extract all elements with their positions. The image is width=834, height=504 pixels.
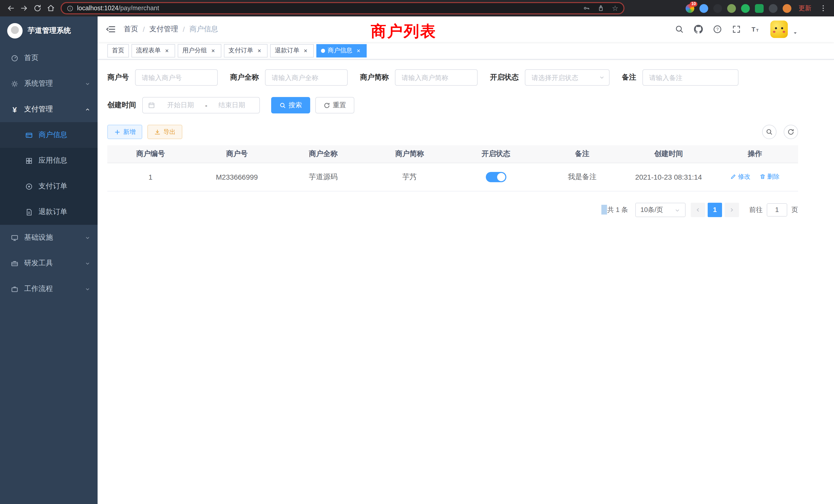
breadcrumb-item[interactable]: 首页 xyxy=(124,25,138,34)
add-button-label: 新增 xyxy=(123,128,136,136)
column-header: 商户号 xyxy=(194,145,280,163)
url-host: localhost:1024 xyxy=(77,5,118,12)
search-icon[interactable] xyxy=(672,22,687,37)
refresh-table-icon[interactable] xyxy=(784,125,798,139)
sidebar-item-payment-mgmt[interactable]: ¥ 支付管理 xyxy=(0,96,97,122)
extension-icon[interactable] xyxy=(755,4,764,13)
browser-update-button[interactable]: 更新 xyxy=(798,4,811,13)
sidebar-item-home[interactable]: 首页 xyxy=(0,45,97,71)
extension-icon[interactable] xyxy=(769,4,777,13)
page-size-label: 10条/页 xyxy=(640,205,663,214)
help-icon[interactable]: ? xyxy=(710,22,725,37)
search-button[interactable]: 搜索 xyxy=(271,97,310,113)
merchant-fullname-input[interactable] xyxy=(265,69,348,86)
remark-input[interactable] xyxy=(642,69,739,86)
sidebar-subitem-refund-order[interactable]: 退款订单 xyxy=(0,199,97,225)
fullscreen-icon[interactable] xyxy=(729,22,744,37)
address-bar[interactable]: localhost:1024/pay/merchant ☆ xyxy=(61,2,624,14)
table-header-row: 商户编号 商户号 商户全称 商户简称 开启状态 备注 创建时间 操作 xyxy=(107,145,798,163)
tab-home[interactable]: 首页 xyxy=(107,44,129,57)
toggle-search-icon[interactable] xyxy=(762,125,776,139)
breadcrumb-item[interactable]: 支付管理 xyxy=(150,25,178,34)
page-number-button[interactable]: 1 xyxy=(708,203,722,217)
navbar-actions: ? TT xyxy=(672,21,798,38)
sidebar-toggle-icon[interactable] xyxy=(106,24,116,35)
breadcrumb-separator: / xyxy=(183,25,185,33)
sidebar-item-system-mgmt[interactable]: 系统管理 xyxy=(0,71,97,96)
sidebar-item-label: 基础设施 xyxy=(24,233,53,242)
page-info-icon[interactable] xyxy=(67,5,73,12)
close-icon[interactable]: × xyxy=(163,47,171,54)
sidebar-item-infrastructure[interactable]: 基础设施 xyxy=(0,225,97,250)
field-label: 开启状态 xyxy=(490,73,519,82)
close-icon[interactable]: × xyxy=(256,47,263,54)
grid-icon xyxy=(25,156,34,165)
browser-home-icon[interactable] xyxy=(44,2,58,15)
column-header: 商户简称 xyxy=(367,145,453,163)
extension-icon[interactable]: 10 xyxy=(686,4,694,13)
status-select[interactable] xyxy=(525,69,610,86)
user-avatar[interactable] xyxy=(770,21,788,38)
merchant-shortname-input[interactable] xyxy=(395,69,478,86)
font-size-icon[interactable]: TT xyxy=(748,22,763,37)
close-icon[interactable]: × xyxy=(302,47,309,54)
column-header: 备注 xyxy=(539,145,625,163)
bookmark-star-icon[interactable]: ☆ xyxy=(612,5,618,12)
extension-icon[interactable] xyxy=(727,4,736,13)
merchant-no-input[interactable] xyxy=(135,69,218,86)
browser-forward-icon[interactable] xyxy=(18,2,31,15)
tab-merchant-info[interactable]: 商户信息 × xyxy=(316,44,367,57)
key-icon[interactable] xyxy=(583,5,590,12)
logo-avatar xyxy=(7,23,23,39)
tab-payment-order[interactable]: 支付订单 × xyxy=(224,44,267,57)
date-start-placeholder: 开始日期 xyxy=(158,100,203,110)
share-icon[interactable] xyxy=(597,5,605,12)
sidebar-subitem-payment-order[interactable]: 支付订单 xyxy=(0,174,97,199)
date-range-picker[interactable]: 开始日期 - 结束日期 xyxy=(142,97,260,113)
chevron-down-icon xyxy=(85,286,90,292)
github-icon[interactable] xyxy=(691,22,706,37)
sidebar-subitem-app-info[interactable]: 应用信息 xyxy=(0,148,97,174)
sidebar-item-dev-tools[interactable]: 研发工具 xyxy=(0,250,97,276)
screen: localhost:1024/pay/merchant ☆ 10 更新 xyxy=(0,0,834,504)
close-icon[interactable]: × xyxy=(210,47,217,54)
pagination-total: 共 1 条 xyxy=(607,205,628,214)
app-logo[interactable]: 芋道管理系统 xyxy=(0,17,97,45)
reset-button[interactable]: 重置 xyxy=(315,97,354,113)
add-button[interactable]: 新增 xyxy=(107,125,142,139)
tab-refund-order[interactable]: 退款订单 × xyxy=(270,44,314,57)
close-icon[interactable]: × xyxy=(355,47,362,54)
goto-page-input[interactable] xyxy=(767,203,787,216)
sidebar: 芋道管理系统 首页 系统管理 ¥ 支付管理 xyxy=(0,17,97,504)
status-toggle[interactable] xyxy=(486,172,506,182)
prev-page-button[interactable] xyxy=(691,203,705,217)
export-button[interactable]: 导出 xyxy=(147,125,182,139)
tab-label: 支付订单 xyxy=(228,46,253,55)
extension-icon[interactable] xyxy=(713,4,722,13)
selection-artifact xyxy=(601,205,607,214)
sidebar-item-workflow[interactable]: 工作流程 xyxy=(0,276,97,302)
goto-page-unit: 页 xyxy=(791,205,798,214)
extension-icon[interactable] xyxy=(741,4,750,13)
chevron-down-icon[interactable] xyxy=(792,30,798,36)
svg-text:T: T xyxy=(751,26,755,33)
svg-text:T: T xyxy=(756,28,759,32)
edit-button[interactable]: 修改 xyxy=(730,173,750,181)
sidebar-subitem-merchant-info[interactable]: 商户信息 xyxy=(0,122,97,148)
field-label: 商户号 xyxy=(107,73,129,82)
extension-icon[interactable] xyxy=(783,4,791,13)
delete-button[interactable]: 删除 xyxy=(760,173,780,181)
cell-full-name: 芋道源码 xyxy=(280,163,367,191)
tab-process-form[interactable]: 流程表单 × xyxy=(131,44,175,57)
column-header: 操作 xyxy=(712,145,798,163)
merchant-table: 商户编号 商户号 商户全称 商户简称 开启状态 备注 创建时间 操作 1 xyxy=(107,145,798,191)
browser-refresh-icon[interactable] xyxy=(31,2,44,15)
tab-user-group[interactable]: 用户分组 × xyxy=(178,44,221,57)
page-size-select[interactable]: 10条/页 xyxy=(635,203,686,217)
merchant-no-field-group: 商户号 xyxy=(107,69,218,86)
export-button-label: 导出 xyxy=(163,128,176,136)
browser-menu-icon[interactable] xyxy=(816,2,830,15)
browser-back-icon[interactable] xyxy=(4,2,18,15)
next-page-button[interactable] xyxy=(725,203,739,217)
extension-icon[interactable] xyxy=(699,4,708,13)
